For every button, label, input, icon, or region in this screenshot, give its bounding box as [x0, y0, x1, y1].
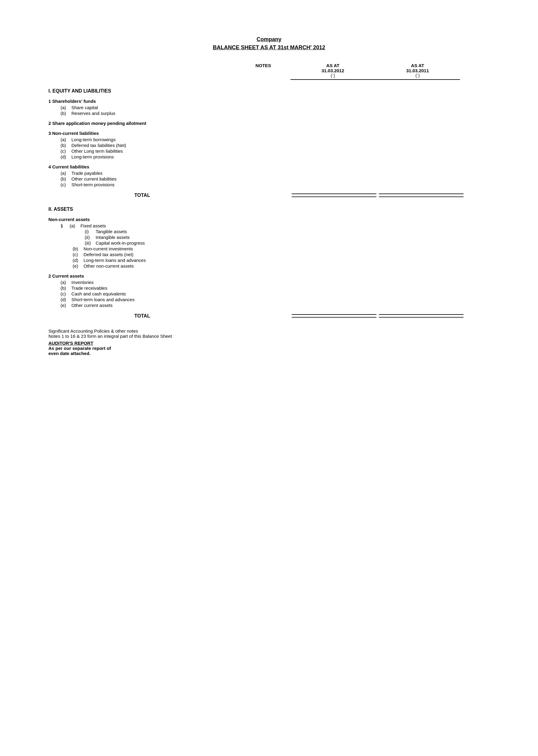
- list-item: 1 (a) Fixed assets: [48, 223, 490, 228]
- item-label: Intangible assets: [96, 235, 130, 240]
- list-item: (e) Other current assets: [48, 303, 490, 308]
- item-label: Other Long term liabilities: [72, 149, 123, 154]
- item-prefix: (b): [61, 176, 72, 181]
- list-item: (c) Cash and cash equivalents: [48, 291, 490, 296]
- current-assets-title: 2 Current assets: [48, 273, 490, 278]
- asat1-col-header: AS AT 31.03.2012 (`): [291, 63, 375, 80]
- total-row-1: TOTAL: [48, 193, 490, 198]
- list-item: (a) Long-term borrowings: [48, 137, 490, 142]
- list-item: (a) Inventories: [48, 280, 490, 285]
- item-label: Deferred tax assets (net): [83, 252, 134, 257]
- total-line-asat1: [292, 194, 376, 197]
- item-label: Share capital: [72, 105, 98, 110]
- column-headers: NOTES AS AT 31.03.2012 (`) AS AT 31.03.2…: [48, 63, 490, 80]
- list-item: (d) Long-term loans and advances: [48, 258, 490, 263]
- shareholders-funds-title: 1 Shareholders' funds: [48, 99, 490, 104]
- list-item: (i) Tangible assets: [48, 229, 490, 234]
- footer-line2: Notes 1 to 16 & 23 form an integral part…: [48, 334, 490, 339]
- list-item: (a) Share capital: [48, 105, 490, 110]
- total-label: TOTAL: [48, 313, 236, 319]
- list-item: (d) Short-term loans and advances: [48, 297, 490, 302]
- list-item: (c) Other Long term liabilities: [48, 149, 490, 154]
- footer-line1: Significant Accounting Policies & other …: [48, 328, 490, 334]
- item-label: Other non-current assets: [83, 263, 134, 268]
- list-item: (b) Deferred tax liabilities (Net): [48, 143, 490, 148]
- total-line-asat2: [379, 314, 463, 318]
- list-item: (c) Deferred tax assets (net): [48, 252, 490, 257]
- item-label: Trade receivables: [72, 285, 107, 291]
- list-item: (ii) Intangible assets: [48, 235, 490, 240]
- item-prefix: (i): [85, 229, 96, 234]
- list-item: (c) Short-term provisions: [48, 182, 490, 187]
- item-label: Other current assets: [72, 303, 113, 308]
- footer-section: Significant Accounting Policies & other …: [48, 328, 490, 356]
- item-prefix: (c): [61, 149, 72, 154]
- item-prefix: (a): [61, 280, 72, 285]
- item-label: Other current liabilities: [72, 176, 117, 181]
- item-label: Capital work-in-progress: [96, 240, 145, 246]
- item-prefix: (b): [61, 111, 72, 116]
- list-item: (a) Trade payables: [48, 170, 490, 176]
- balance-sheet-title: BALANCE SHEET AS AT 31st MARCH' 2012: [48, 44, 490, 51]
- total-line-asat1: [292, 314, 376, 318]
- total-label: TOTAL: [48, 193, 236, 198]
- share-application-title: 2 Share application money pending allotm…: [48, 121, 490, 126]
- total-row-2: TOTAL: [48, 313, 490, 319]
- fixed-assets-label: Fixed assets: [81, 223, 106, 228]
- item-label: Long-term loans and advances: [83, 258, 146, 263]
- item-label: Non-current investments: [83, 246, 133, 251]
- list-item: (b) Trade receivables: [48, 285, 490, 291]
- item-prefix: (ii): [85, 235, 96, 240]
- non-current-assets-title: Non-current assets: [48, 217, 490, 222]
- item-label: Trade payables: [72, 170, 103, 176]
- item-prefix: (d): [61, 154, 72, 159]
- equity-liabilities-title: I. EQUITY AND LIABILITIES: [48, 88, 490, 94]
- label-col-header: [48, 63, 236, 80]
- list-item: (d) Long-term provisions: [48, 154, 490, 159]
- item-prefix: (e): [61, 303, 72, 308]
- asat2-col-header: AS AT 31.03.2011 (`): [375, 63, 460, 80]
- item-label: Tangible assets: [96, 229, 127, 234]
- item-label: Inventories: [72, 280, 93, 285]
- item-prefix: (iii): [85, 240, 96, 246]
- list-item: (b) Reserves and surplus: [48, 111, 490, 116]
- assets-title: II. ASSETS: [48, 207, 490, 212]
- list-item: (b) Non-current investments: [48, 246, 490, 251]
- total-line-asat2: [379, 194, 463, 197]
- list-item: (e) Other non-current assets: [48, 263, 490, 268]
- item-label: Short-term provisions: [72, 182, 115, 187]
- page-header: Company BALANCE SHEET AS AT 31st MARCH' …: [48, 36, 490, 51]
- list-item: (iii) Capital work-in-progress: [48, 240, 490, 246]
- list-item: (b) Other current liabilities: [48, 176, 490, 181]
- non-current-liab-title: 3 Non-current liabilities: [48, 131, 490, 136]
- auditor-report-label: AUDITOR'S REPORT: [48, 341, 490, 346]
- item-prefix: (d): [61, 297, 72, 302]
- company-name: Company: [48, 36, 490, 43]
- item-prefix: (d): [73, 258, 83, 263]
- item-prefix: (a): [70, 223, 81, 228]
- item-prefix: (a): [61, 170, 72, 176]
- auditor-line1: As per our separate report of: [48, 346, 490, 351]
- item-prefix: (a): [61, 105, 72, 110]
- auditor-line2: even date attached.: [48, 351, 490, 356]
- item-label: Cash and cash equivalents: [72, 291, 126, 296]
- item-prefix: (c): [61, 291, 72, 296]
- item-prefix: (b): [73, 246, 83, 251]
- item-label: Long-term borrowings: [72, 137, 116, 142]
- item-label: Deferred tax liabilities (Net): [72, 143, 126, 148]
- item-prefix: (b): [61, 285, 72, 291]
- item-label: Short-term loans and advances: [72, 297, 134, 302]
- item-prefix: (c): [73, 252, 83, 257]
- item-prefix: (c): [61, 182, 72, 187]
- current-liab-title: 4 Current liabilities: [48, 164, 490, 169]
- item-num: 1: [61, 223, 70, 228]
- item-prefix: (b): [61, 143, 72, 148]
- notes-col-header: NOTES: [236, 63, 291, 80]
- item-label: Reserves and surplus: [72, 111, 115, 116]
- item-label: Long-term provisions: [72, 154, 114, 159]
- item-prefix: (e): [73, 263, 83, 268]
- item-prefix: (a): [61, 137, 72, 142]
